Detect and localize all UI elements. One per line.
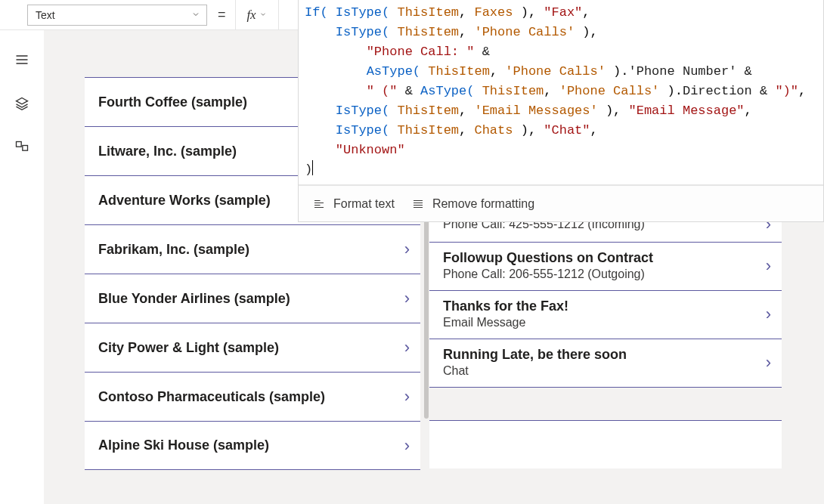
activity-subtitle: Chat (443, 364, 627, 378)
svg-rect-1 (23, 146, 28, 151)
format-text-label: Format text (333, 197, 395, 211)
activity-title: Thanks for the Fax! (443, 298, 568, 314)
formula-editor[interactable]: If( IsType( ThisItem, Faxes ), "Fax", Is… (299, 0, 823, 185)
layers-icon[interactable] (14, 95, 30, 112)
account-title: Alpine Ski House (sample) (98, 438, 269, 453)
chevron-down-icon (191, 9, 200, 21)
account-row[interactable]: Contoso Pharmaceuticals (sample)› (85, 372, 420, 421)
account-title: Fabrikam, Inc. (sample) (98, 242, 249, 258)
chevron-right-icon: › (766, 305, 771, 324)
chevron-right-icon: › (404, 289, 410, 308)
chevron-right-icon: › (404, 338, 410, 357)
account-title: Contoso Pharmaceuticals (sample) (98, 389, 325, 405)
fx-label: fx (246, 8, 256, 23)
formula-toolbar: Format text Remove formatting (299, 185, 823, 221)
remove-formatting-icon (411, 197, 425, 211)
formula-panel: If( IsType( ThisItem, Faxes ), "Fax", Is… (298, 0, 824, 222)
remove-formatting-button[interactable]: Remove formatting (411, 197, 534, 211)
activity-row[interactable]: Running Late, be there soon Chat › (429, 339, 782, 388)
property-dropdown-value: Text (36, 9, 55, 21)
activities-gallery[interactable]: Phone Call: 425-555-1212 (Incoming) › Fo… (429, 212, 782, 388)
account-title: City Power & Light (sample) (98, 340, 279, 356)
account-row[interactable]: Alpine Ski House (sample)› (85, 421, 420, 470)
account-row[interactable]: City Power & Light (sample)› (85, 323, 420, 372)
activity-title: Followup Questions on Contract (443, 250, 653, 266)
chevron-down-icon (259, 11, 267, 20)
left-rail (0, 30, 44, 504)
chevron-right-icon: › (766, 353, 771, 373)
components-icon[interactable] (14, 139, 30, 156)
activities-gallery-empty (429, 420, 782, 468)
chevron-right-icon: › (404, 387, 410, 407)
activity-subtitle: Phone Call: 206-555-1212 (Outgoing) (443, 267, 653, 281)
activity-title: Running Late, be there soon (443, 347, 627, 363)
hamburger-icon[interactable] (14, 51, 30, 68)
format-text-button[interactable]: Format text (312, 197, 395, 211)
activity-row[interactable]: Followup Questions on Contract Phone Cal… (429, 242, 782, 290)
svg-rect-0 (17, 142, 22, 147)
remove-formatting-label: Remove formatting (432, 197, 534, 211)
activity-subtitle: Email Message (443, 316, 568, 329)
equals-sign: = (218, 7, 226, 23)
chevron-right-icon: › (404, 240, 410, 259)
fx-button[interactable]: fx (235, 0, 279, 30)
account-title: Fourth Coffee (sample) (98, 94, 247, 110)
text-caret (312, 160, 313, 175)
account-row[interactable]: Fabrikam, Inc. (sample)› (85, 224, 420, 274)
account-title: Litware, Inc. (sample) (98, 144, 237, 159)
account-title: Adventure Works (sample) (98, 193, 271, 209)
activity-row[interactable]: Thanks for the Fax! Email Message › (429, 290, 782, 339)
chevron-right-icon: › (404, 436, 410, 456)
account-title: Blue Yonder Airlines (sample) (98, 291, 290, 307)
property-dropdown[interactable]: Text (27, 5, 207, 26)
account-row[interactable]: Blue Yonder Airlines (sample)› (85, 274, 420, 323)
format-text-icon (312, 197, 326, 211)
chevron-right-icon: › (766, 256, 771, 276)
